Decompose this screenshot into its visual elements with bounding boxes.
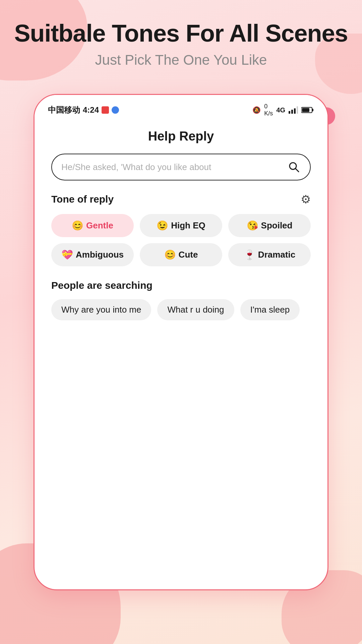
tone-emoji: 😊	[164, 249, 176, 260]
tone-label: Cute	[179, 250, 198, 260]
settings-icon[interactable]: ⚙	[301, 193, 311, 206]
phone-mockup: 中国移动 4:24 🔕 0K/s 4G Help R	[34, 94, 328, 590]
status-icon-blue	[112, 106, 119, 114]
network-type: 4G	[276, 106, 285, 114]
search-box[interactable]: He/She asked, 'What do you like about	[51, 154, 311, 180]
search-placeholder-text: He/She asked, 'What do you like about	[61, 162, 287, 172]
status-right: 🔕 0K/s 4G	[252, 103, 314, 117]
people-searching-title: People are searching	[51, 280, 311, 291]
tone-emoji: 😊	[72, 220, 83, 231]
tone-chip-ambiguous[interactable]: 💝Ambiguous	[51, 243, 134, 266]
tone-label: Ambiguous	[76, 250, 124, 260]
carrier-text: 中国移动	[48, 105, 80, 115]
signal-icon	[289, 106, 298, 114]
tone-chip-cute[interactable]: 😊Cute	[140, 243, 222, 266]
search-tag-2[interactable]: I'ma sleep	[240, 299, 300, 320]
tone-label: Dramatic	[258, 250, 295, 260]
mute-icon: 🔕	[252, 106, 261, 114]
tone-label: High EQ	[171, 220, 205, 231]
tone-emoji: 🍷	[244, 249, 255, 260]
tone-emoji: 💝	[61, 249, 73, 260]
svg-rect-6	[302, 108, 309, 112]
search-tag-0[interactable]: Why are you into me	[51, 299, 151, 320]
search-tag-1[interactable]: What r u doing	[157, 299, 234, 320]
tone-label: Spoiled	[261, 220, 293, 231]
svg-rect-1	[291, 110, 293, 114]
time-text: 4:24	[83, 105, 99, 115]
tone-grid: 😊Gentle😉High EQ😘Spoiled💝Ambiguous😊Cute🍷D…	[51, 214, 311, 266]
page-subtitle: Just Pick The One You Like	[0, 52, 362, 68]
app-title: Help Reply	[51, 129, 311, 144]
search-tags: Why are you into meWhat r u doingI'ma sl…	[51, 299, 311, 320]
tone-chip-gentle[interactable]: 😊Gentle	[51, 214, 134, 237]
tone-chip-spoiled[interactable]: 😘Spoiled	[228, 214, 311, 237]
svg-rect-5	[312, 109, 313, 111]
tone-emoji: 😉	[157, 220, 168, 231]
tone-emoji: 😘	[247, 220, 258, 231]
tone-label: Gentle	[86, 220, 113, 231]
search-icon[interactable]	[287, 160, 301, 174]
svg-rect-2	[294, 108, 296, 114]
tone-chip-high-eq[interactable]: 😉High EQ	[140, 214, 222, 237]
status-left: 中国移动 4:24	[48, 105, 119, 115]
tone-chip-dramatic[interactable]: 🍷Dramatic	[228, 243, 311, 266]
network-speed: 0K/s	[264, 103, 273, 117]
svg-rect-3	[297, 106, 298, 114]
tone-section-title: Tone of reply	[51, 194, 114, 205]
battery-icon	[301, 107, 314, 113]
svg-line-8	[295, 168, 299, 172]
page-title: Suitbale Tones For All Scenes	[0, 20, 362, 47]
svg-rect-0	[289, 111, 290, 114]
tone-section-header: Tone of reply ⚙	[51, 193, 311, 206]
status-bar: 中国移动 4:24 🔕 0K/s 4G	[35, 95, 327, 122]
status-icon-red	[102, 106, 109, 114]
app-content: Help Reply He/She asked, 'What do you li…	[35, 122, 327, 334]
page-header: Suitbale Tones For All Scenes Just Pick …	[0, 20, 362, 68]
